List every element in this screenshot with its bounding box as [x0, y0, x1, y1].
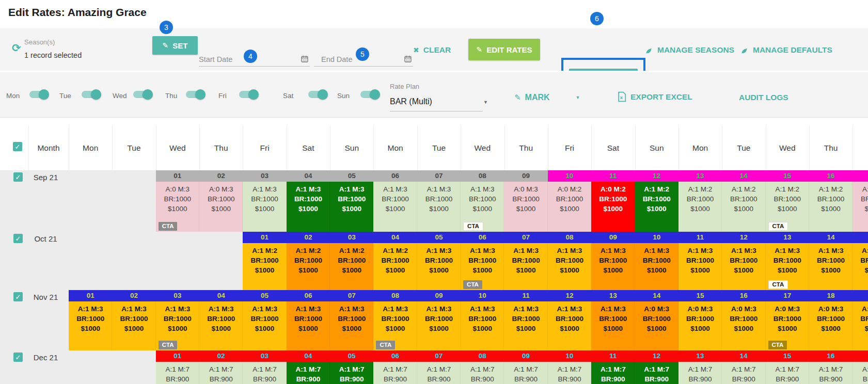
rate-cell[interactable]: A:1 M:7BR:900 — [156, 362, 199, 384]
rate-cell-line: A:0 M:3 — [766, 304, 809, 314]
rate-cell[interactable]: A:0 M:3BR:1000$1000 — [678, 301, 722, 350]
rate-cell[interactable]: A:0 M:3BR:1000$1000CTA — [156, 182, 199, 232]
rate-cell[interactable]: A:1 M:3BR:1000$1000CTA — [373, 301, 417, 350]
rate-cell[interactable]: A:0 M:2BR:1000$1000 — [591, 182, 635, 232]
day-toggle-fri[interactable] — [239, 91, 257, 98]
rate-cell[interactable]: A:1 M:2BR:1000$1000 — [809, 182, 853, 232]
rate-cell[interactable]: A:0 M:3BR:1000$1000 — [635, 301, 678, 350]
set-button[interactable]: ✎ SET — [152, 36, 198, 55]
refresh-icon[interactable]: ⟳ — [12, 42, 21, 54]
rate-cell[interactable]: A:1 M:7BR:900 — [287, 362, 330, 384]
audit-logs-button[interactable]: AUDIT LOGS — [739, 93, 788, 102]
rate-cell[interactable]: A:1 M:2BR:1000$1000 — [243, 243, 286, 290]
day-toggle-sat[interactable] — [308, 91, 326, 98]
rate-cell-line: BR:1000 — [243, 314, 286, 324]
rate-cell[interactable]: A:0 M:3BR:1000$1000 — [504, 182, 547, 232]
manage-seasons-button[interactable]: MANAGE SEASONS — [644, 45, 734, 55]
rate-cell[interactable]: A:1 M:3BR:1000$1000 — [591, 243, 635, 290]
day-toggle-mon[interactable] — [29, 91, 47, 98]
day-toggle-thu[interactable] — [186, 91, 203, 98]
rate-cell[interactable]: A:1 M:3BR:1000$1000 — [417, 301, 461, 350]
day-toggle-label-thu: Thu — [165, 92, 177, 100]
rate-cell[interactable]: A:1 M:7BR:900 — [635, 362, 678, 384]
rate-cell[interactable]: A:1 M:3BR:1000$1000 — [243, 182, 286, 232]
rate-cell[interactable]: A:1 M:3BR:1000$1000 — [287, 301, 330, 350]
rate-cell[interactable]: A:1 M:3BR:1000$1000 — [635, 243, 678, 290]
day-toggle-wed[interactable] — [133, 91, 151, 98]
rate-cell[interactable]: A:1 M:3BR:1000$1000 — [330, 301, 373, 350]
rate-cell[interactable]: A:1 M:7BR:900 — [461, 362, 504, 384]
rate-cell[interactable]: A:1 M:2BR:1000$1000 — [678, 182, 722, 232]
rate-cell[interactable]: A:0 M:3BR:1000$1000 — [722, 301, 765, 350]
rate-cell[interactable]: A:1 M:7BR:900 — [591, 362, 635, 384]
mark-button[interactable]: ✎ MARK ▼ — [514, 93, 580, 102]
rate-cell[interactable]: A:0 M:3BR:1000$1000CTA — [766, 301, 809, 350]
rate-cell[interactable]: A:0 M:2BR:1000$1000 — [548, 182, 591, 232]
rate-cell[interactable]: A:1 M:2BR:1000$1000 — [330, 243, 373, 290]
rate-cell[interactable]: A:1 M:7BR:900 — [417, 362, 461, 384]
month-row-checkbox[interactable]: ✓ — [13, 234, 23, 243]
rate-cell[interactable]: A:1 M:3BR:1000$1000 — [199, 301, 243, 350]
rate-cell[interactable]: A:1 M:7BR:900 — [809, 362, 853, 384]
day-toggle-sun[interactable] — [360, 91, 378, 98]
rate-plan-select[interactable]: BAR (Multi) — [390, 97, 483, 111]
dropdown-arrow-icon[interactable]: ▼ — [483, 100, 488, 105]
clear-button[interactable]: ✖ CLEAR — [413, 45, 451, 55]
rate-cell[interactable]: A:1 M:3BR:1000$1000 — [504, 243, 547, 290]
calendar-icon[interactable] — [301, 55, 309, 63]
rate-cell[interactable]: A:0 M:3BR:1000$1000 — [199, 182, 243, 232]
rate-cell[interactable]: A:1 M:3BR:1000$1000 — [504, 301, 547, 350]
export-excel-button[interactable]: x EXPORT EXCEL — [618, 91, 692, 102]
rate-cell[interactable]: A:1 M:3BR:1000$1000 — [591, 301, 635, 350]
rate-cell[interactable]: A:1 M:2BR:1000$1000CTA — [766, 182, 809, 232]
rate-cell[interactable]: A:1 M:3BR:1000$1000CTA — [461, 182, 504, 232]
rate-cell[interactable]: A:0 M:3BR:1000$1000 — [809, 301, 853, 350]
rate-cell[interactable]: A:1 M:2BR:1000$1000 — [373, 243, 417, 290]
day-toggle-tue[interactable] — [82, 91, 99, 98]
rate-cell[interactable]: A:1 M:7BR:900 — [243, 362, 286, 384]
rate-cell[interactable]: A:1 M:3BR:1000$1000 — [330, 182, 373, 232]
rate-cell[interactable]: A:1 M:7BR:900 — [373, 362, 417, 384]
select-all-checkbox[interactable]: ✓ — [13, 142, 22, 151]
rate-cell[interactable]: A:1 M:7BR:900 — [722, 362, 765, 384]
rate-cell[interactable]: A:1 M:3BR:1000$1000 — [548, 243, 591, 290]
rate-cell[interactable]: A:1 M:3BR:1000$1000CTA — [766, 243, 809, 290]
rate-cell[interactable]: A:1 M:3BR:1000$1000CTA — [461, 243, 504, 290]
rate-cell[interactable]: A:0 M:2BR:1000$1000 — [853, 182, 868, 232]
rate-cell[interactable]: A:1 M:3BR:1000$1000 — [853, 243, 868, 290]
rate-cell[interactable]: A:1 M:2BR:1000$1000 — [722, 182, 765, 232]
rate-cell[interactable]: A:1 M:3BR:1000$1000 — [722, 243, 765, 290]
rate-cell[interactable]: A:1 M:7BR:900 — [678, 362, 722, 384]
rate-cell[interactable]: A:1 M:3BR:1000$1000 — [461, 301, 504, 350]
rate-cell[interactable]: A:0 M:3BR:1000$1000 — [853, 301, 868, 350]
rate-cell[interactable]: A:1 M:3BR:1000$1000CTA — [156, 301, 199, 350]
rate-cell[interactable]: A:1 M:3BR:1000$1000 — [548, 301, 591, 350]
rate-cell[interactable]: A:1 M:3BR:1000$1000 — [417, 182, 461, 232]
rate-cell[interactable]: A:1 M:3BR:1000$1000 — [112, 301, 155, 350]
rate-cell[interactable]: A:1 M:7BR:900 — [330, 362, 373, 384]
rate-cell[interactable]: A:1 M:7BR:900 — [853, 362, 868, 384]
rate-cell-line: BR:900 — [199, 374, 243, 384]
rate-cell[interactable]: A:1 M:3BR:1000$1000 — [678, 243, 722, 290]
month-row-checkbox[interactable]: ✓ — [13, 353, 23, 362]
rate-cell[interactable]: A:1 M:2BR:1000$1000 — [635, 182, 678, 232]
rate-cell[interactable]: A:1 M:7BR:900 — [766, 362, 809, 384]
rate-cell-line: BR:900 — [417, 374, 461, 384]
manage-defaults-button[interactable]: MANAGE DEFAULTS — [739, 45, 832, 55]
rate-cell[interactable]: A:1 M:7BR:900 — [548, 362, 591, 384]
day-column-header: Tue — [417, 143, 461, 153]
calendar-icon[interactable] — [404, 55, 412, 63]
month-row-checkbox[interactable]: ✓ — [13, 172, 23, 182]
rate-cell[interactable]: A:1 M:3BR:1000$1000 — [373, 182, 417, 232]
rate-cell[interactable]: A:1 M:7BR:900 — [504, 362, 547, 384]
edit-rates-button[interactable]: ✎ EDIT RATES — [468, 39, 540, 60]
rate-cell[interactable]: A:1 M:3BR:1000$1000 — [243, 301, 286, 350]
rate-cell[interactable]: A:1 M:3BR:1000$1000 — [287, 182, 330, 232]
rate-cell[interactable]: A:1 M:7BR:900 — [199, 362, 243, 384]
day-cell: 04A:1 M:2BR:1000$1000 — [373, 232, 417, 290]
rate-cell[interactable]: A:1 M:3BR:1000$1000 — [417, 243, 461, 290]
rate-cell[interactable]: A:1 M:2BR:1000$1000 — [287, 243, 330, 290]
rate-cell[interactable]: A:1 M:3BR:1000$1000 — [809, 243, 853, 290]
rate-cell[interactable]: A:1 M:3BR:1000$1000 — [69, 301, 112, 350]
month-row-checkbox[interactable]: ✓ — [13, 292, 23, 301]
